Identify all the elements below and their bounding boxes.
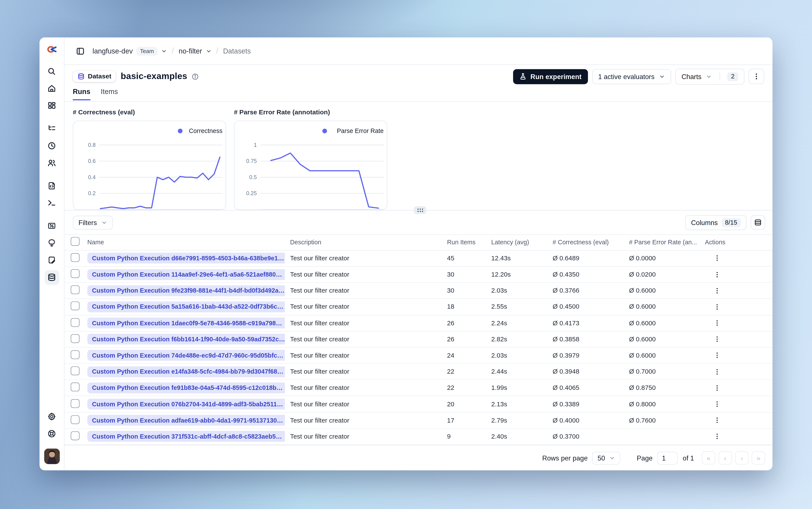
table-row[interactable]: Custom Python Execution f6bb1614-1f90-40… (65, 331, 773, 348)
run-name-link[interactable]: Custom Python Execution 1daec0f9-5e78-43… (87, 317, 285, 328)
more-options-button[interactable] (748, 69, 764, 84)
run-experiment-button[interactable]: Run experiment (513, 69, 588, 84)
sidebar-item-search[interactable] (44, 64, 59, 79)
row-checkbox[interactable] (71, 302, 79, 311)
last-page-button[interactable]: » (752, 451, 765, 465)
row-checkbox[interactable] (71, 367, 79, 375)
run-name-link[interactable]: Custom Python Execution adfae619-abb0-4d… (87, 415, 285, 426)
langfuse-logo-icon[interactable] (44, 42, 59, 57)
collapse-sidebar-button[interactable] (73, 44, 87, 58)
run-name-link[interactable]: Custom Python Execution 74de488e-ec9d-47… (87, 350, 285, 361)
table-row[interactable]: Custom Python Execution 076b2704-341d-48… (65, 396, 773, 412)
filters-button[interactable]: Filters (73, 215, 113, 230)
sidebar-item-annotation[interactable] (44, 253, 59, 267)
row-actions-menu-button[interactable] (711, 414, 723, 426)
sidebar-item-users[interactable] (44, 156, 59, 170)
panel-resize-handle[interactable] (414, 206, 426, 214)
sidebar-item-settings[interactable] (44, 409, 59, 424)
rows-per-page-select[interactable]: 50 (592, 451, 620, 464)
row-checkbox[interactable] (71, 253, 79, 262)
table-row[interactable]: Custom Python Execution d66e7991-8595-45… (65, 250, 773, 267)
row-actions-menu-button[interactable] (711, 350, 723, 361)
breadcrumb-project[interactable]: no-filter (179, 47, 202, 55)
run-items-count: 20 (442, 401, 486, 408)
active-evaluators-button[interactable]: 1 active evaluators (592, 69, 671, 84)
row-checkbox[interactable] (71, 350, 79, 359)
sidebar-item-dashboards[interactable] (44, 99, 59, 113)
row-actions-menu-button[interactable] (711, 269, 723, 280)
page-number-input[interactable] (657, 451, 678, 464)
first-page-button[interactable]: « (702, 451, 715, 465)
row-checkbox[interactable] (71, 383, 79, 392)
columns-button[interactable]: Columns 8/15 (685, 215, 746, 230)
row-actions-menu-button[interactable] (711, 317, 723, 329)
column-header-correctness[interactable]: # Correctness (eval) (547, 239, 624, 246)
user-avatar[interactable] (44, 448, 60, 464)
sidebar-item-tracing[interactable] (44, 121, 59, 136)
sidebar-item-insights[interactable] (44, 236, 59, 250)
column-header-latency[interactable]: Latency (avg) (486, 239, 547, 246)
run-parse-error-rate: Ø 0.0200 (624, 271, 700, 278)
run-name-link[interactable]: Custom Python Execution d66e7991-8595-45… (87, 253, 285, 264)
sidebar-item-datasets[interactable] (44, 270, 59, 284)
row-checkbox[interactable] (71, 431, 79, 440)
row-actions-menu-button[interactable] (711, 285, 723, 296)
row-actions-menu-button[interactable] (711, 382, 723, 394)
breadcrumb-section[interactable]: Datasets (223, 47, 251, 55)
run-name-link[interactable]: Custom Python Execution 114aa9ef-29e6-4e… (87, 269, 285, 280)
table-row[interactable]: Custom Python Execution e14fa348-5cfc-49… (65, 364, 773, 380)
row-height-button[interactable] (751, 215, 765, 230)
kebab-menu-icon (713, 384, 720, 391)
column-header-name[interactable]: Name (82, 239, 285, 246)
chevron-down-icon[interactable] (206, 48, 211, 54)
row-actions-menu-button[interactable] (711, 301, 723, 312)
row-actions-menu-button[interactable] (711, 366, 723, 377)
run-description: Test our filter creator (285, 254, 442, 262)
sidebar-item-sessions[interactable] (44, 138, 59, 153)
run-name-link[interactable]: Custom Python Execution 371f531c-abff-4d… (87, 431, 285, 442)
table-row[interactable]: Custom Python Execution 1daec0f9-5e78-43… (65, 315, 773, 331)
row-actions-menu-button[interactable] (711, 398, 723, 410)
table-row[interactable]: Custom Python Execution 9fe23f98-881e-44… (65, 283, 773, 299)
table-row[interactable]: Custom Python Execution fe91b83e-04a5-47… (65, 380, 773, 396)
column-header-parse-error[interactable]: # Parse Error Rate (an... (624, 239, 700, 246)
run-name-link[interactable]: Custom Python Execution e14fa348-5cfc-49… (87, 366, 285, 377)
column-header-description[interactable]: Description (285, 239, 442, 246)
row-actions-menu-button[interactable] (711, 334, 723, 345)
table-row[interactable]: Custom Python Execution 114aa9ef-29e6-4e… (65, 267, 773, 283)
table-row[interactable]: Custom Python Execution 74de488e-ec9d-47… (65, 348, 773, 364)
correctness-line-chart[interactable]: 0.20.40.60.8Correctness (73, 121, 226, 210)
sidebar-item-support[interactable] (44, 427, 59, 441)
run-name-link[interactable]: Custom Python Execution f6bb1614-1f90-40… (87, 334, 285, 345)
row-checkbox[interactable] (71, 334, 79, 343)
parse-error-rate-line-chart[interactable]: 0.250.50.751Parse Error Rate (234, 121, 387, 210)
row-actions-menu-button[interactable] (711, 252, 723, 264)
breadcrumb-org[interactable]: langfuse-dev (93, 47, 133, 55)
charts-dropdown-button[interactable]: Charts 2 (675, 68, 744, 84)
table-row[interactable]: Custom Python Execution adfae619-abb0-4d… (65, 412, 773, 429)
sidebar-item-playground[interactable] (44, 196, 59, 210)
sidebar-item-home[interactable] (44, 81, 59, 96)
row-checkbox[interactable] (71, 399, 79, 408)
row-checkbox[interactable] (71, 285, 79, 294)
sidebar-item-prompts[interactable] (44, 178, 59, 193)
run-name-link[interactable]: Custom Python Execution 5a15a616-1bab-44… (87, 301, 285, 312)
run-name-link[interactable]: Custom Python Execution fe91b83e-04a5-47… (87, 382, 285, 393)
row-checkbox[interactable] (71, 415, 79, 424)
run-name-link[interactable]: Custom Python Execution 9fe23f98-881e-44… (87, 285, 285, 296)
chevron-down-icon[interactable] (161, 48, 167, 54)
tab-runs[interactable]: Runs (73, 88, 90, 101)
next-page-button[interactable]: › (735, 451, 748, 465)
table-row[interactable]: Custom Python Execution 5a15a616-1bab-44… (65, 299, 773, 315)
row-checkbox[interactable] (71, 269, 79, 278)
sidebar-item-evaluations[interactable] (44, 218, 59, 233)
row-checkbox[interactable] (71, 318, 79, 327)
tab-items[interactable]: Items (101, 88, 118, 99)
info-icon[interactable] (192, 73, 199, 80)
select-all-checkbox[interactable] (71, 237, 79, 246)
run-name-link[interactable]: Custom Python Execution 076b2704-341d-48… (87, 399, 285, 409)
previous-page-button[interactable]: ‹ (718, 451, 732, 465)
table-row[interactable]: Custom Python Execution 371f531c-abff-4d… (65, 429, 773, 445)
column-header-run-items[interactable]: Run Items (442, 239, 486, 246)
row-actions-menu-button[interactable] (711, 431, 723, 442)
